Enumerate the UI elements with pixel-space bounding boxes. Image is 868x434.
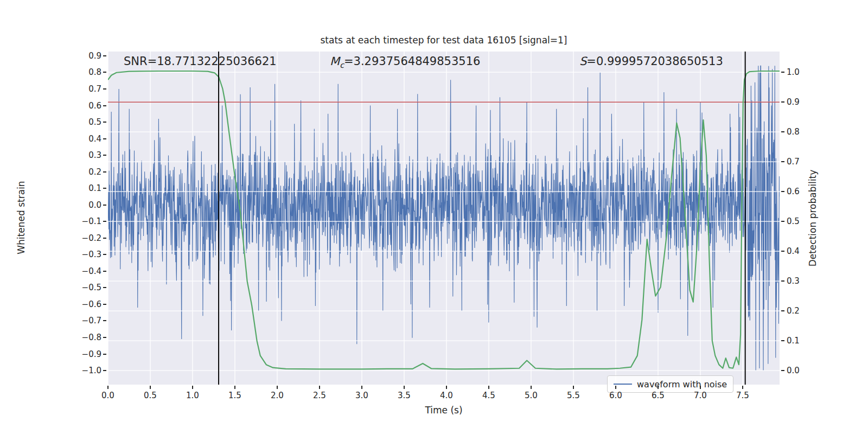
annotation-snr-text: SNR=18.77132225036621: [124, 55, 277, 68]
x-tick-label: 1.0: [180, 391, 206, 400]
right-y-tick-mark: [781, 101, 784, 103]
chart-title: stats at each timestep for test data 161…: [108, 35, 780, 46]
x-tick-mark: [234, 386, 235, 389]
left-y-tick-mark: [103, 105, 106, 106]
left-y-tick-mark: [103, 254, 106, 255]
x-tick-mark: [319, 386, 320, 389]
figure: stats at each timestep for test data 161…: [0, 0, 868, 434]
right-y-tick-mark: [781, 131, 784, 132]
left-y-tick-mark: [103, 205, 106, 206]
x-tick-label: 4.5: [476, 391, 502, 400]
x-tick-label: 0.5: [137, 391, 163, 400]
waveform-with-noise-line: [108, 66, 780, 371]
x-tick-label: 3.5: [391, 391, 417, 400]
annotation-mc-value: =3.2937564849853516: [344, 55, 480, 68]
left-y-tick-label: −0.9: [0, 349, 101, 359]
right-y-tick-mark: [781, 191, 784, 192]
right-y-tick-label: 0.5: [787, 216, 800, 226]
left-y-tick-mark: [103, 320, 106, 321]
x-tick-mark: [150, 386, 151, 389]
legend-line-sample: [614, 384, 632, 385]
left-y-tick-label: 0.8: [0, 67, 101, 77]
left-y-tick-label: 0.7: [0, 84, 101, 94]
left-y-tick-label: −0.1: [0, 216, 101, 226]
left-y-tick-mark: [103, 271, 106, 272]
left-y-tick-label: 0.1: [0, 183, 101, 193]
left-y-tick-label: −0.2: [0, 233, 101, 243]
x-tick-mark: [404, 386, 405, 389]
x-tick-label: 6.5: [645, 391, 671, 400]
x-tick-label: 5.5: [560, 391, 586, 400]
left-y-tick-mark: [103, 155, 106, 156]
x-tick-label: 7.5: [730, 391, 756, 400]
left-y-tick-mark: [103, 171, 106, 173]
right-y-tick-label: 0.7: [787, 157, 800, 167]
x-tick-mark: [658, 386, 659, 389]
x-tick-label: 4.0: [433, 391, 459, 400]
left-y-tick-mark: [103, 337, 106, 338]
x-tick-mark: [277, 386, 278, 389]
right-y-tick-label: 0.1: [787, 336, 800, 346]
annotation-mc-var: M: [330, 55, 340, 68]
left-y-tick-label: 0.5: [0, 117, 101, 127]
right-y-tick-label: 0.9: [787, 97, 800, 107]
x-tick-mark: [107, 386, 108, 389]
x-tick-mark: [742, 386, 743, 389]
left-y-tick-mark: [103, 354, 106, 355]
right-y-tick-label: 0.3: [787, 276, 800, 286]
right-y-tick-mark: [781, 221, 784, 222]
right-y-tick-label: 0.6: [787, 187, 800, 196]
x-tick-label: 7.0: [687, 391, 713, 400]
x-tick-mark: [361, 386, 362, 389]
right-y-tick-mark: [781, 72, 784, 73]
x-tick-mark: [192, 386, 193, 389]
x-tick-mark: [615, 386, 616, 389]
annotation-s: S=0.9999572038650513: [579, 55, 723, 68]
right-y-tick-label: 1.0: [787, 67, 800, 77]
left-y-tick-label: −0.4: [0, 266, 101, 276]
x-tick-label: 1.5: [222, 391, 248, 400]
annotation-chirp-mass: Mc=3.2937564849853516: [330, 55, 480, 69]
x-tick-label: 3.0: [349, 391, 375, 400]
left-y-tick-label: −0.5: [0, 283, 101, 292]
plot-area: [108, 52, 780, 385]
x-tick-mark: [700, 386, 701, 389]
right-y-tick-mark: [781, 280, 784, 282]
left-y-tick-label: −0.7: [0, 316, 101, 326]
left-y-tick-label: −0.6: [0, 299, 101, 309]
left-y-tick-label: 0.6: [0, 101, 101, 111]
left-y-tick-label: 0.9: [0, 51, 101, 61]
right-y-tick-label: 0.0: [787, 366, 800, 375]
left-y-tick-mark: [103, 304, 106, 305]
left-y-tick-label: −1.0: [0, 366, 101, 375]
x-tick-label: 6.0: [603, 391, 629, 400]
left-y-tick-label: 0.2: [0, 167, 101, 177]
left-y-tick-mark: [103, 122, 106, 123]
x-tick-mark: [488, 386, 489, 389]
left-y-tick-mark: [103, 72, 106, 73]
right-y-axis-label: Detection probability: [807, 164, 818, 272]
left-y-tick-label: 0.0: [0, 200, 101, 210]
left-y-tick-label: 0.4: [0, 134, 101, 144]
plot-canvas: [108, 52, 780, 385]
left-y-tick-mark: [103, 188, 106, 189]
annotation-s-var: S: [579, 55, 586, 68]
right-y-tick-mark: [781, 251, 784, 252]
left-y-tick-mark: [103, 88, 106, 90]
left-y-tick-label: 0.3: [0, 150, 101, 160]
right-y-tick-mark: [781, 310, 784, 311]
left-y-tick-label: −0.8: [0, 333, 101, 342]
left-y-tick-mark: [103, 287, 106, 288]
x-tick-label: 5.0: [518, 391, 544, 400]
left-y-tick-mark: [103, 238, 106, 239]
x-tick-mark: [573, 386, 574, 389]
left-y-tick-mark: [103, 138, 106, 139]
annotation-snr: SNR=18.77132225036621: [124, 55, 277, 68]
x-tick-label: 0.0: [95, 391, 121, 400]
left-y-tick-mark: [103, 370, 106, 371]
right-y-tick-label: 0.2: [787, 306, 800, 316]
legend-label: waveform with noise: [637, 379, 727, 390]
right-y-tick-mark: [781, 370, 784, 371]
left-y-tick-label: −0.3: [0, 250, 101, 259]
x-tick-mark: [446, 386, 447, 389]
